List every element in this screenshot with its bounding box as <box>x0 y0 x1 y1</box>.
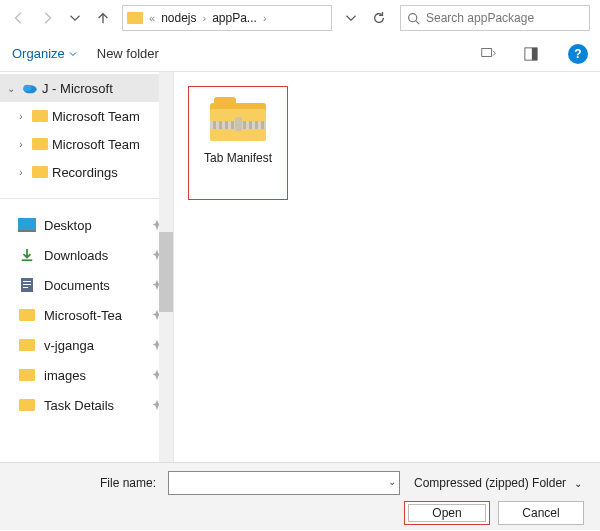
open-button[interactable]: Open <box>404 501 490 525</box>
chevron-down-icon: ⌄ <box>574 478 582 489</box>
nav-toolbar: « nodejs › appPa... › <box>0 0 600 36</box>
tree-item[interactable]: › Microsoft Team <box>0 102 173 130</box>
command-bar: Organize New folder ? <box>0 36 600 72</box>
back-button[interactable] <box>6 5 32 31</box>
chevron-down-icon: ⌄ <box>4 81 18 95</box>
chevron-right-icon: › <box>14 165 28 179</box>
address-history-dropdown[interactable] <box>338 5 364 31</box>
svg-rect-3 <box>532 47 537 59</box>
quick-access-item[interactable]: v-jganga <box>0 330 173 360</box>
folder-icon <box>18 398 36 412</box>
cancel-button[interactable]: Cancel <box>498 501 584 525</box>
address-bar[interactable]: « nodejs › appPa... › <box>122 5 332 31</box>
file-type-filter[interactable]: Compressed (zipped) Folder ⌄ <box>408 471 588 495</box>
recent-dropdown[interactable] <box>62 5 88 31</box>
search-icon <box>407 12 420 25</box>
search-box[interactable] <box>400 5 590 31</box>
folder-icon <box>32 166 48 178</box>
filename-label: File name: <box>0 476 160 490</box>
svg-point-5 <box>23 85 31 92</box>
folder-icon <box>18 338 36 352</box>
documents-icon <box>18 278 36 292</box>
downloads-icon <box>18 248 36 262</box>
file-item-label: Tab Manifest <box>204 151 272 165</box>
file-item-tab-manifest[interactable]: Tab Manifest <box>188 86 288 200</box>
folder-icon <box>18 308 36 322</box>
search-input[interactable] <box>424 10 583 26</box>
crumb-segment[interactable]: appPa... <box>212 11 257 25</box>
crumb-segment[interactable]: nodejs <box>161 11 196 25</box>
quick-access-item[interactable]: images <box>0 360 173 390</box>
svg-point-0 <box>409 13 417 21</box>
tree-root[interactable]: ⌄ J - Microsoft <box>0 74 173 102</box>
chevron-right-icon: › <box>201 12 209 24</box>
filename-combobox[interactable]: ⌄ <box>168 471 400 495</box>
dialog-footer: File name: ⌄ Compressed (zipped) Folder … <box>0 462 600 530</box>
quick-access-item[interactable]: Desktop <box>0 210 173 240</box>
filename-input[interactable] <box>168 471 400 495</box>
desktop-icon <box>18 218 36 232</box>
zip-folder-icon <box>210 97 266 141</box>
tree-item[interactable]: › Microsoft Team <box>0 130 173 158</box>
view-options-button[interactable] <box>478 43 500 65</box>
refresh-button[interactable] <box>366 5 392 31</box>
help-button[interactable]: ? <box>568 44 588 64</box>
folder-icon <box>127 12 143 24</box>
chevron-down-icon <box>69 50 77 58</box>
chevron-right-icon: › <box>14 109 28 123</box>
preview-pane-button[interactable] <box>520 43 542 65</box>
quick-access-item[interactable]: Documents <box>0 270 173 300</box>
onedrive-icon <box>22 82 38 94</box>
svg-rect-7 <box>18 230 36 232</box>
folder-icon <box>32 110 48 122</box>
organize-menu[interactable]: Organize <box>12 46 77 61</box>
svg-rect-1 <box>482 48 492 56</box>
svg-rect-9 <box>23 281 31 282</box>
svg-rect-6 <box>18 218 36 230</box>
chevron-down-icon[interactable]: ⌄ <box>388 476 396 487</box>
up-button[interactable] <box>90 5 116 31</box>
new-folder-button[interactable]: New folder <box>97 46 159 61</box>
folder-icon <box>18 368 36 382</box>
crumb-chevrons: « <box>147 12 157 24</box>
svg-rect-11 <box>23 287 28 288</box>
svg-rect-10 <box>23 284 31 285</box>
quick-access-item[interactable]: Downloads <box>0 240 173 270</box>
folder-icon <box>32 138 48 150</box>
tree-item[interactable]: › Recordings <box>0 158 173 186</box>
navigation-pane: ⌄ J - Microsoft › Microsoft Team › Micro… <box>0 72 174 462</box>
forward-button[interactable] <box>34 5 60 31</box>
quick-access-item[interactable]: Microsoft-Tea <box>0 300 173 330</box>
scrollbar-thumb[interactable] <box>159 232 173 312</box>
file-list[interactable]: Tab Manifest <box>174 72 600 462</box>
quick-access-item[interactable]: Task Details <box>0 390 173 420</box>
chevron-right-icon: › <box>261 12 269 24</box>
chevron-right-icon: › <box>14 137 28 151</box>
